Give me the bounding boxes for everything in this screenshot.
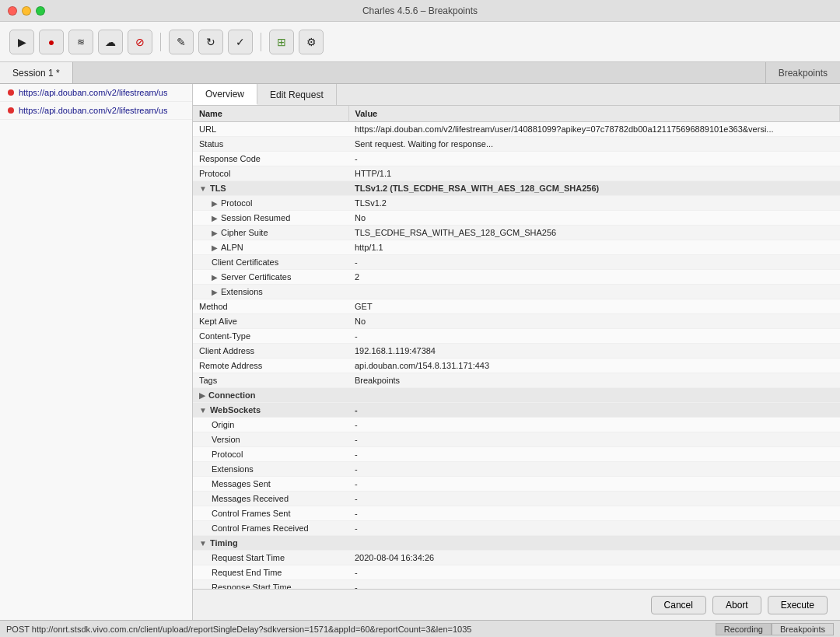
record-button[interactable]: ●	[39, 30, 64, 54]
row-name: Client Certificates	[193, 255, 348, 270]
validate-button[interactable]: ✓	[228, 30, 253, 54]
sidebar-item-2[interactable]: https://api.douban.com/v2/lifestream/us	[0, 102, 192, 120]
row-name: Response Code	[193, 152, 348, 166]
section-name: ▼Timing	[193, 536, 348, 551]
edit-request-subtab[interactable]: Edit Request	[257, 84, 337, 105]
throttle-button[interactable]: ≋	[68, 30, 93, 54]
row-value: 2020-08-04 16:34:26	[348, 551, 840, 565]
breakpoint-button[interactable]: ☁	[98, 30, 123, 54]
table-row: ▶Server Certificates2	[193, 270, 840, 285]
select-tool-button[interactable]: ▶	[9, 30, 34, 54]
row-name: Messages Received	[193, 492, 348, 506]
section-name: ▶Connection	[193, 388, 348, 403]
compose-button[interactable]: ✎	[169, 30, 194, 54]
row-value: Sent request. Waiting for response...	[348, 137, 840, 152]
cloud-icon: ☁	[105, 36, 116, 48]
row-name: Extensions	[193, 462, 348, 477]
session-tab-label: Session 1 *	[12, 68, 60, 79]
table-row: ▼Timing	[193, 536, 840, 551]
action-bar: Cancel Abort Execute	[193, 589, 840, 620]
window-controls	[8, 6, 45, 16]
row-value: -	[348, 418, 840, 432]
row-value: HTTP/1.1	[348, 166, 840, 181]
row-value: http/1.1	[348, 240, 840, 255]
recording-badge[interactable]: Recording	[716, 623, 772, 635]
minimize-button[interactable]	[22, 6, 31, 16]
table-row: Control Frames Received-	[193, 521, 840, 536]
breakpoints-tab[interactable]: Breakpoints	[765, 62, 840, 83]
status-badges: Recording Breakpoints	[716, 623, 834, 635]
table-row: ProtocolHTTP/1.1	[193, 166, 840, 181]
table-row: Remote Addressapi.douban.com/154.8.131.1…	[193, 359, 840, 373]
table-row: URLhttps://api.douban.com/v2/lifestream/…	[193, 122, 840, 137]
row-name: Tags	[193, 373, 348, 388]
row-name: Request Start Time	[193, 551, 348, 565]
tools-button[interactable]: ⊞	[269, 30, 294, 54]
table-row: Origin-	[193, 418, 840, 432]
record-icon: ●	[48, 36, 54, 48]
settings-button[interactable]: ⚙	[299, 30, 324, 54]
row-name: Origin	[193, 418, 348, 432]
breakpoints-tab-label: Breakpoints	[779, 68, 828, 79]
error-indicator-1	[8, 89, 14, 96]
checkmark-icon: ✓	[236, 36, 245, 48]
abort-button[interactable]: Abort	[712, 596, 761, 614]
table-row: ▶Extensions	[193, 285, 840, 299]
error-indicator-2	[8, 107, 14, 114]
overview-subtab[interactable]: Overview	[193, 84, 257, 105]
table-row: Protocol-	[193, 447, 840, 462]
properties-table-container: Name Value URLhttps://api.douban.com/v2/…	[193, 106, 840, 589]
row-value: -	[348, 492, 840, 506]
close-button[interactable]	[8, 6, 17, 16]
row-value: GET	[348, 299, 840, 314]
table-row: ▶ProtocolTLSv1.2	[193, 196, 840, 211]
row-value: TLS_ECDHE_RSA_WITH_AES_128_GCM_SHA256	[348, 226, 840, 240]
table-row: StatusSent request. Waiting for response…	[193, 137, 840, 152]
repeat-icon: ↻	[206, 36, 215, 48]
name-column-header: Name	[193, 106, 348, 122]
repeat-button[interactable]: ↻	[198, 30, 223, 54]
compose-icon: ✎	[177, 36, 186, 48]
session-tab[interactable]: Session 1 *	[0, 62, 73, 83]
section-value: -	[348, 403, 840, 418]
row-value: -	[348, 152, 840, 166]
value-column-header: Value	[348, 106, 840, 122]
edit-request-subtab-label: Edit Request	[270, 89, 324, 100]
row-value: -	[348, 255, 840, 270]
row-name: ▶Session Resumed	[193, 211, 348, 226]
table-header-row: Name Value	[193, 106, 840, 122]
pointer-icon: ▶	[18, 36, 26, 48]
table-row: ▶Connection	[193, 388, 840, 403]
row-name: Remote Address	[193, 359, 348, 373]
table-row: ▼WebSockets-	[193, 403, 840, 418]
table-row: Messages Received-	[193, 492, 840, 506]
row-value: No	[348, 314, 840, 329]
row-name: ▶Extensions	[193, 285, 348, 299]
row-value: 2	[348, 270, 840, 285]
breakpoints-badge[interactable]: Breakpoints	[772, 623, 834, 635]
row-name: Method	[193, 299, 348, 314]
sidebar-item-1[interactable]: https://api.douban.com/v2/lifestream/us	[0, 84, 192, 102]
sidebar: https://api.douban.com/v2/lifestream/us …	[0, 84, 193, 620]
toolbar: ▶ ● ≋ ☁ ⊘ ✎ ↻ ✓ ⊞ ⚙	[0, 22, 840, 62]
execute-button[interactable]: Execute	[768, 596, 828, 614]
section-name: ▼WebSockets	[193, 403, 348, 418]
row-name: Request End Time	[193, 565, 348, 580]
row-name: Protocol	[193, 166, 348, 181]
row-name: ▶Server Certificates	[193, 270, 348, 285]
maximize-button[interactable]	[36, 6, 45, 16]
row-name: Response Start Time	[193, 580, 348, 590]
stop-button[interactable]: ⊘	[128, 30, 152, 54]
row-name: ▶Cipher Suite	[193, 226, 348, 240]
tabbar: Session 1 * Breakpoints	[0, 62, 840, 84]
cancel-button[interactable]: Cancel	[651, 596, 706, 614]
row-name: Client Address	[193, 344, 348, 359]
table-row: Request Start Time2020-08-04 16:34:26	[193, 551, 840, 565]
toolbar-separator-2	[261, 33, 261, 51]
status-post-text: POST http://onrt.stsdk.vivo.com.cn/clien…	[6, 625, 471, 634]
subtabbar: Overview Edit Request	[193, 84, 840, 106]
sidebar-url-2: https://api.douban.com/v2/lifestream/us	[19, 106, 167, 115]
table-row: Messages Sent-	[193, 477, 840, 492]
table-row: Client Address192.168.1.119:47384	[193, 344, 840, 359]
section-value: TLSv1.2 (TLS_ECDHE_RSA_WITH_AES_128_GCM_…	[348, 181, 840, 196]
